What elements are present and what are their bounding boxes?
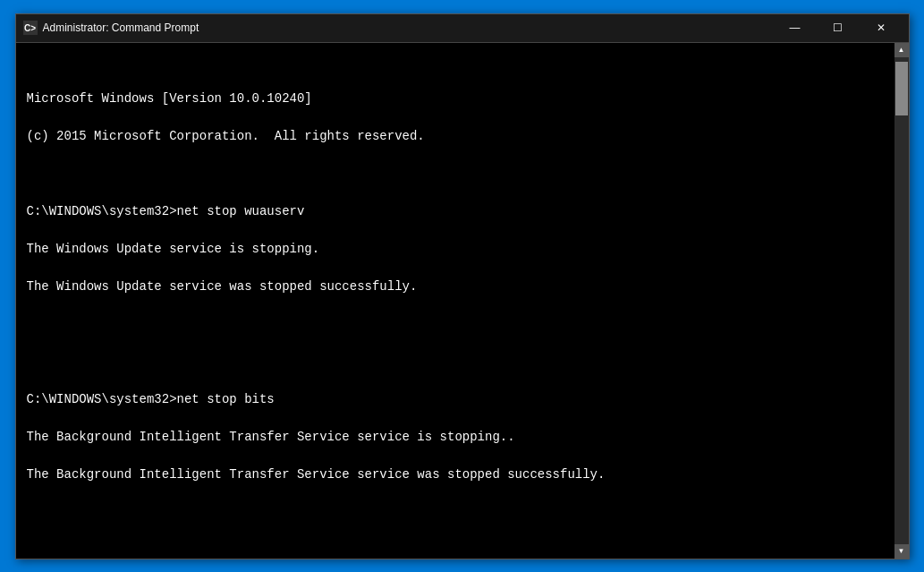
maximize-button[interactable]: ☐ [818, 13, 859, 42]
content-area: Microsoft Windows [Version 10.0.10240] (… [16, 43, 909, 559]
terminal-line: C:\WINDOWS\system32>net stop bits [27, 390, 884, 409]
title-bar: C> Administrator: Command Prompt — ☐ ✕ [16, 14, 909, 43]
terminal-output[interactable]: Microsoft Windows [Version 10.0.10240] (… [16, 43, 894, 559]
terminal-line: (c) 2015 Microsoft Corporation. All righ… [27, 127, 884, 146]
terminal-line: The Background Intelligent Transfer Serv… [27, 465, 884, 484]
scroll-down-arrow[interactable]: ▼ [894, 544, 909, 559]
window-title: Administrator: Command Prompt [43, 21, 775, 34]
scrollbar-thumb[interactable] [895, 62, 908, 115]
minimize-button[interactable]: — [775, 13, 816, 42]
terminal-line [27, 541, 884, 559]
cmd-window: C> Administrator: Command Prompt — ☐ ✕ M… [15, 13, 910, 559]
terminal-line: The Windows Update service was stopped s… [27, 277, 884, 296]
close-button[interactable]: ✕ [860, 13, 902, 42]
scrollbar-track[interactable] [894, 57, 909, 544]
terminal-line: The Background Intelligent Transfer Serv… [27, 428, 884, 447]
terminal-line [27, 353, 884, 371]
window-controls: — ☐ ✕ [775, 13, 902, 42]
window-icon: C> [23, 21, 38, 35]
scroll-up-arrow[interactable]: ▲ [894, 43, 909, 57]
terminal-line [27, 165, 884, 184]
scrollbar[interactable]: ▲ ▼ [894, 43, 909, 559]
terminal-line: Microsoft Windows [Version 10.0.10240] [27, 90, 884, 108]
terminal-line [27, 503, 884, 522]
terminal-line: C:\WINDOWS\system32>net stop wuauserv [27, 202, 884, 221]
terminal-line: The Windows Update service is stopping. [27, 240, 884, 259]
terminal-line [27, 315, 884, 334]
